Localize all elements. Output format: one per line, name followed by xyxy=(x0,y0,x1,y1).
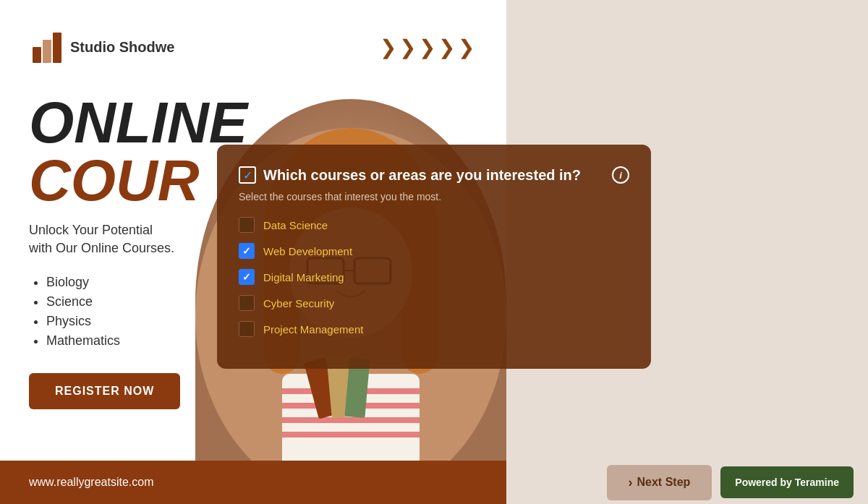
modal-box: ✓ Which courses or areas are you interes… xyxy=(217,145,651,369)
modal-header: ✓ Which courses or areas are you interes… xyxy=(239,166,629,184)
modal-subtitle: Select the courses that interest you the… xyxy=(239,191,629,202)
checkbox-cyber-security[interactable]: Cyber Security xyxy=(239,295,629,311)
next-step-arrow-icon: › xyxy=(629,475,633,490)
checkbox-project-management[interactable]: Project Management xyxy=(239,321,629,337)
powered-by-brand: Teramine xyxy=(795,477,839,488)
svg-rect-11 xyxy=(282,417,420,423)
checkmark-web-development: ✓ xyxy=(242,245,251,257)
checkbox-data-science-label: Data Science xyxy=(263,219,328,231)
checkbox-cyber-security-label: Cyber Security xyxy=(263,297,334,309)
info-icon[interactable]: i xyxy=(612,166,629,184)
checkbox-data-science[interactable]: Data Science xyxy=(239,217,629,233)
modal-check-icon: ✓ xyxy=(239,166,256,184)
checkbox-digital-marketing[interactable]: ✓ Digital Marketing xyxy=(239,269,629,285)
checkbox-web-development-box[interactable]: ✓ xyxy=(239,243,255,259)
checkmark-digital-marketing: ✓ xyxy=(242,271,251,283)
modal-title-row: ✓ Which courses or areas are you interes… xyxy=(239,166,581,184)
svg-rect-18 xyxy=(53,33,61,63)
footer-url: www.reallygreatsite.com xyxy=(29,476,154,489)
modal-overlay: ✓ Which courses or areas are you interes… xyxy=(217,145,651,369)
header: Studio Shodwe ❯❯❯❯❯ xyxy=(0,0,506,94)
register-button[interactable]: REGISTER NOW xyxy=(29,373,180,409)
footer-left: www.reallygreatsite.com xyxy=(0,461,506,504)
modal-title: Which courses or areas are you intereste… xyxy=(263,167,581,184)
chevrons: ❯❯❯❯❯ xyxy=(380,35,477,59)
checkbox-project-management-box[interactable] xyxy=(239,321,255,337)
hero-title-line1: ONLINE xyxy=(29,94,260,152)
svg-rect-12 xyxy=(282,432,420,437)
brand-name: Studio Shodwe xyxy=(70,39,174,56)
logo-icon xyxy=(29,29,61,65)
powered-by-badge: Powered by Teramine xyxy=(720,466,854,498)
next-step-label: Next Step xyxy=(637,476,691,489)
logo-area: Studio Shodwe xyxy=(29,29,174,65)
next-step-button[interactable]: › Next Step xyxy=(607,465,712,500)
checkbox-data-science-box[interactable] xyxy=(239,217,255,233)
powered-by-prefix: Powered by xyxy=(735,477,792,488)
checkbox-web-development-label: Web Development xyxy=(263,245,352,257)
checkbox-digital-marketing-label: Digital Marketing xyxy=(263,271,344,283)
checkbox-cyber-security-box[interactable] xyxy=(239,295,255,311)
checkbox-web-development[interactable]: ✓ Web Development xyxy=(239,243,629,259)
svg-rect-17 xyxy=(43,40,51,63)
checkbox-project-management-label: Project Management xyxy=(263,323,363,336)
svg-rect-16 xyxy=(33,47,41,63)
checkbox-digital-marketing-box[interactable]: ✓ xyxy=(239,269,255,285)
